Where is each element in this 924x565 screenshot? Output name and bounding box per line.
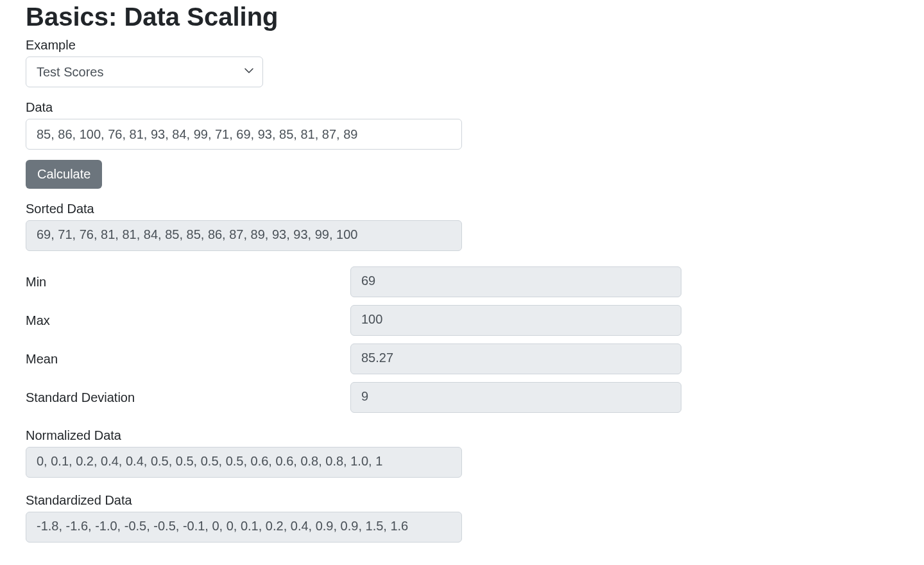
mean-output: 85.27 xyxy=(350,343,681,374)
max-output: 100 xyxy=(350,305,681,336)
std-label: Standard Deviation xyxy=(26,390,350,405)
standardized-output: -1.8, -1.6, -1.0, -0.5, -0.5, -0.1, 0, 0… xyxy=(26,512,462,543)
normalized-label: Normalized Data xyxy=(26,428,898,443)
sorted-output: 69, 71, 76, 81, 81, 84, 85, 85, 86, 87, … xyxy=(26,220,462,251)
min-output: 69 xyxy=(350,266,681,297)
example-select[interactable]: Test Scores xyxy=(26,56,263,87)
min-label: Min xyxy=(26,275,350,290)
std-output: 9 xyxy=(350,382,681,413)
calculate-button[interactable]: Calculate xyxy=(26,160,102,189)
data-label: Data xyxy=(26,100,898,115)
mean-label: Mean xyxy=(26,352,350,367)
example-label: Example xyxy=(26,38,898,53)
page-title: Basics: Data Scaling xyxy=(26,3,898,31)
data-input[interactable] xyxy=(26,119,462,150)
max-label: Max xyxy=(26,313,350,328)
standardized-label: Standardized Data xyxy=(26,493,898,508)
sorted-label: Sorted Data xyxy=(26,202,898,216)
normalized-output: 0, 0.1, 0.2, 0.4, 0.4, 0.5, 0.5, 0.5, 0.… xyxy=(26,447,462,478)
